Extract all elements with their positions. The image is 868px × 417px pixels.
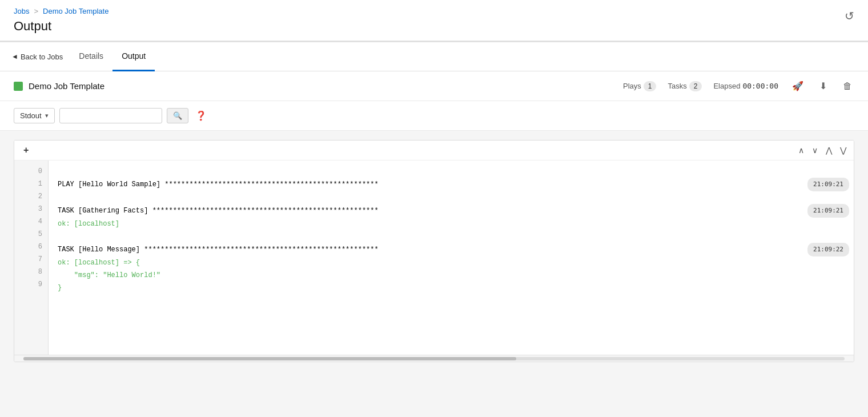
line-num-5: 5 xyxy=(14,228,48,240)
breadcrumb-current[interactable]: Demo Job Template xyxy=(43,7,108,15)
search-input[interactable] xyxy=(59,108,162,123)
breadcrumb-jobs-link[interactable]: Jobs xyxy=(14,7,29,15)
plays-label: Plays xyxy=(623,82,641,90)
scroll-down-button[interactable]: ∨ xyxy=(809,144,821,157)
scroll-up-button[interactable]: ∧ xyxy=(795,144,807,157)
timestamp-3: 21:09:21 xyxy=(807,204,849,218)
line-num-2: 2 xyxy=(14,190,48,203)
output-line-8: "msg": "Hello World!" xyxy=(58,269,854,282)
stdout-select[interactable]: Stdout ▾ xyxy=(14,108,55,123)
search-icon: 🔍 xyxy=(173,111,182,120)
tabs-row: ◄ Back to Jobs Details Output xyxy=(0,42,868,71)
output-line-1: PLAY [Hello World Sample] **************… xyxy=(58,178,854,191)
scrollbar-row xyxy=(14,355,854,362)
output-line-7: ok: [localhost] => { xyxy=(58,256,854,269)
download-icon[interactable]: ⬇ xyxy=(817,78,829,94)
scrollbar-track[interactable] xyxy=(23,357,845,360)
breadcrumb-separator: > xyxy=(34,7,38,15)
page-title: Output xyxy=(14,19,854,41)
line-num-9: 9 xyxy=(14,278,48,291)
output-line-5 xyxy=(58,230,854,243)
tasks-label: Tasks xyxy=(668,82,686,90)
line-num-4: 4 xyxy=(14,215,48,228)
line-num-3: 3 xyxy=(14,203,48,215)
output-line-9: } xyxy=(58,282,854,294)
output-viewer-toolbar: + ∧ ∨ ⋀ ⋁ xyxy=(14,141,854,161)
line-num-7: 7 xyxy=(14,253,48,266)
scroll-bottom-button[interactable]: ⋁ xyxy=(837,144,849,157)
tab-details[interactable]: Details xyxy=(70,42,112,71)
history-icon[interactable]: ↺ xyxy=(845,10,854,22)
output-viewer-wrapper: + ∧ ∨ ⋀ ⋁ 0 1 2 3 4 5 6 7 8 9 xyxy=(0,131,868,371)
tasks-value: 2 xyxy=(689,81,702,91)
tab-output[interactable]: Output xyxy=(112,42,155,71)
rocket-icon[interactable]: 🚀 xyxy=(790,78,806,94)
output-line-0 xyxy=(58,165,854,178)
elapsed-value: 00:00:00 xyxy=(742,82,778,90)
line-num-0: 0 xyxy=(14,165,48,178)
scroll-top-button[interactable]: ⋀ xyxy=(823,144,835,157)
expand-button[interactable]: + xyxy=(19,144,793,157)
search-button[interactable]: 🔍 xyxy=(167,108,188,123)
back-label: Back to Jobs xyxy=(21,53,63,61)
output-line-6: TASK [Hello Message] *******************… xyxy=(58,243,854,256)
scrollbar-thumb[interactable] xyxy=(23,357,516,360)
chevron-down-icon: ▾ xyxy=(45,112,49,119)
line-num-8: 8 xyxy=(14,266,48,278)
output-line-3: TASK [Gathering Facts] *****************… xyxy=(58,204,854,218)
line-num-1: 1 xyxy=(14,178,48,190)
output-lines: PLAY [Hello World Sample] **************… xyxy=(49,161,854,355)
output-toolbar: Stdout ▾ 🔍 ❓ xyxy=(0,101,868,131)
timestamp-1: 21:09:21 xyxy=(807,178,849,191)
elapsed-label: Elapsed xyxy=(713,82,740,90)
trash-icon[interactable]: 🗑 xyxy=(841,79,854,94)
line-num-6: 6 xyxy=(14,240,48,253)
output-line-4: ok: [localhost] xyxy=(58,218,854,230)
help-icon[interactable]: ❓ xyxy=(195,110,207,121)
back-to-jobs-button[interactable]: ◄ Back to Jobs xyxy=(5,43,70,70)
back-arrow-icon: ◄ xyxy=(11,53,18,61)
job-meta: Plays 1 Tasks 2 Elapsed 00:00:00 🚀 ⬇ 🗑 xyxy=(614,78,854,94)
timestamp-6: 21:09:22 xyxy=(807,243,849,256)
line-numbers: 0 1 2 3 4 5 6 7 8 9 xyxy=(14,161,49,355)
plays-value: 1 xyxy=(644,81,657,91)
breadcrumb: Jobs > Demo Job Template xyxy=(14,7,854,15)
stdout-label: Stdout xyxy=(20,111,42,120)
output-content: 0 1 2 3 4 5 6 7 8 9 PLAY [Hello W xyxy=(14,161,854,355)
job-header: Demo Job Template Plays 1 Tasks 2 Elapse… xyxy=(0,71,868,101)
job-title: Demo Job Template xyxy=(29,81,614,91)
job-status-badge xyxy=(14,82,23,91)
output-line-2 xyxy=(58,191,854,204)
output-viewer: + ∧ ∨ ⋀ ⋁ 0 1 2 3 4 5 6 7 8 9 xyxy=(14,140,854,362)
